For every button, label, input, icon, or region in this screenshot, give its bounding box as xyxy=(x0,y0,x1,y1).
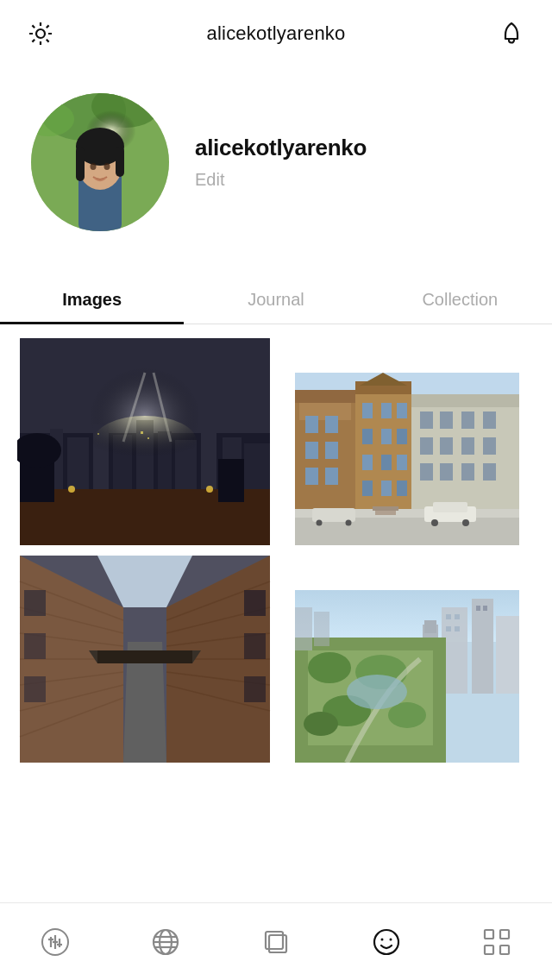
svg-rect-38 xyxy=(97,433,99,435)
svg-rect-33 xyxy=(218,459,244,502)
svg-rect-158 xyxy=(500,930,509,939)
svg-rect-126 xyxy=(476,606,480,611)
tab-collection[interactable]: Collection xyxy=(368,274,552,324)
svg-rect-120 xyxy=(472,599,493,694)
svg-rect-55 xyxy=(397,403,407,418)
alley-image xyxy=(17,556,273,763)
profile-info: alicekotlyarenko Edit xyxy=(195,135,367,190)
svg-rect-67 xyxy=(420,411,433,429)
notifications-button[interactable] xyxy=(495,17,528,50)
svg-rect-45 xyxy=(325,416,338,433)
gear-icon xyxy=(28,21,53,47)
svg-rect-78 xyxy=(483,463,496,481)
nav-face-button[interactable] xyxy=(361,916,412,968)
svg-point-132 xyxy=(308,652,351,683)
nav-filter-button[interactable] xyxy=(29,916,81,968)
svg-rect-121 xyxy=(496,616,519,694)
svg-rect-77 xyxy=(461,463,474,481)
header: alicekotlyarenko xyxy=(0,0,552,67)
svg-rect-76 xyxy=(440,463,453,481)
svg-point-154 xyxy=(374,930,398,954)
svg-rect-129 xyxy=(424,620,436,633)
filter-icon xyxy=(39,926,72,958)
svg-rect-63 xyxy=(381,481,392,496)
svg-point-155 xyxy=(381,938,384,940)
svg-point-87 xyxy=(346,520,352,526)
image-cell-aerial[interactable] xyxy=(279,590,535,766)
svg-rect-88 xyxy=(373,506,398,511)
settings-button[interactable] xyxy=(24,17,57,50)
svg-rect-124 xyxy=(446,626,451,631)
svg-rect-113 xyxy=(24,676,46,702)
svg-rect-43 xyxy=(295,390,355,403)
image-cell-city-night[interactable] xyxy=(17,338,273,549)
svg-rect-59 xyxy=(362,455,373,470)
svg-rect-125 xyxy=(455,626,460,631)
svg-point-136 xyxy=(304,712,338,736)
bell-icon xyxy=(499,21,524,47)
nav-layers-button[interactable] xyxy=(250,916,302,968)
face-icon xyxy=(370,926,403,958)
svg-rect-68 xyxy=(440,411,453,429)
svg-rect-48 xyxy=(305,468,318,485)
svg-point-12 xyxy=(104,163,110,170)
svg-rect-56 xyxy=(362,429,373,444)
header-username: alicekotlyarenko xyxy=(207,22,346,45)
svg-point-83 xyxy=(431,519,438,526)
svg-rect-74 xyxy=(483,437,496,455)
svg-rect-159 xyxy=(485,945,493,954)
svg-point-35 xyxy=(206,486,213,493)
svg-rect-10 xyxy=(116,147,124,177)
svg-rect-138 xyxy=(314,612,329,646)
svg-rect-114 xyxy=(244,590,266,616)
svg-rect-46 xyxy=(305,442,318,459)
svg-rect-122 xyxy=(446,614,451,619)
profile-edit-button[interactable]: Edit xyxy=(195,170,367,190)
tab-images[interactable]: Images xyxy=(0,274,184,324)
svg-rect-53 xyxy=(362,403,373,418)
city-night-image xyxy=(17,338,273,545)
tab-journal[interactable]: Journal xyxy=(184,274,367,324)
layers-icon xyxy=(260,926,292,958)
tabs-container: Images Journal Collection xyxy=(0,274,552,324)
svg-rect-112 xyxy=(24,633,46,659)
profile-username: alicekotlyarenko xyxy=(195,135,367,161)
svg-rect-60 xyxy=(381,455,392,470)
svg-rect-160 xyxy=(500,945,509,954)
svg-rect-58 xyxy=(397,429,407,444)
svg-rect-82 xyxy=(433,502,467,512)
svg-rect-66 xyxy=(411,394,519,407)
svg-rect-111 xyxy=(24,590,46,616)
nav-grid-button[interactable] xyxy=(471,916,523,968)
svg-rect-37 xyxy=(147,437,149,439)
svg-rect-62 xyxy=(362,481,373,496)
svg-point-34 xyxy=(68,486,75,493)
svg-rect-9 xyxy=(76,147,85,181)
svg-rect-36 xyxy=(141,431,143,434)
svg-rect-137 xyxy=(295,607,312,650)
brownstone-image xyxy=(279,373,535,545)
avatar-image xyxy=(31,93,169,231)
svg-point-11 xyxy=(91,163,97,170)
nav-globe-button[interactable] xyxy=(140,916,191,968)
svg-point-0 xyxy=(36,29,45,38)
profile-section: alicekotlyarenko Edit xyxy=(0,67,552,266)
avatar xyxy=(31,93,169,231)
svg-rect-73 xyxy=(461,437,474,455)
svg-rect-75 xyxy=(420,463,433,481)
svg-rect-127 xyxy=(483,606,487,611)
svg-rect-72 xyxy=(440,437,453,455)
image-cell-brownstone[interactable] xyxy=(279,373,535,549)
image-grid xyxy=(0,324,552,780)
svg-rect-69 xyxy=(461,411,474,429)
svg-rect-70 xyxy=(483,411,496,429)
svg-rect-157 xyxy=(485,930,493,939)
image-cell-alley[interactable] xyxy=(17,556,273,766)
svg-rect-89 xyxy=(375,511,396,515)
svg-rect-44 xyxy=(305,416,318,433)
svg-point-84 xyxy=(462,519,469,526)
globe-icon xyxy=(149,926,182,958)
svg-rect-110 xyxy=(97,650,192,663)
svg-rect-116 xyxy=(244,676,266,702)
svg-point-86 xyxy=(317,520,323,526)
